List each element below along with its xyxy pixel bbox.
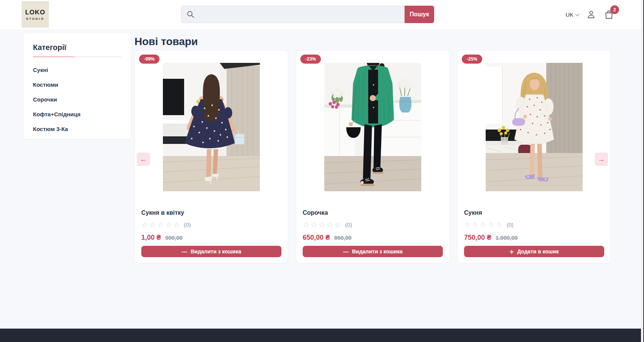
rating-count: (0)	[506, 222, 513, 228]
product-card: -23%	[296, 50, 450, 263]
search-input[interactable]	[198, 11, 400, 18]
button-label: Видалити з кошика	[352, 248, 403, 255]
plus-icon: +	[510, 248, 514, 255]
search-button[interactable]: Пошук	[405, 6, 434, 23]
minus-icon: —	[343, 249, 349, 255]
price-row: 1,00 ₴ 900,00	[141, 234, 281, 242]
price-row: 750,00 ₴ 1.000,00	[464, 234, 604, 242]
account-button[interactable]	[586, 9, 596, 20]
page-title: Нові товари	[134, 36, 198, 48]
star-icon: ☆	[488, 221, 494, 228]
arrow-right-icon: →	[598, 155, 605, 164]
carousel-next-button[interactable]: →	[595, 153, 608, 166]
arrow-left-icon: ←	[140, 155, 147, 164]
star-icon: ☆	[157, 221, 164, 228]
star-icon: ☆	[149, 221, 156, 228]
star-icon: ☆	[303, 221, 309, 228]
old-price: 850,00	[334, 234, 352, 241]
search-bar: Пошук	[181, 6, 434, 23]
logo-text: LOKO	[25, 9, 45, 16]
divider	[33, 56, 121, 57]
sidebar-item-shirts[interactable]: Сорочки	[33, 92, 121, 107]
current-price: 650,00 ₴	[303, 234, 330, 242]
star-icon: ☆	[327, 221, 333, 228]
button-label: Видалити з кошика	[191, 248, 241, 255]
sidebar-item-suit-3pc[interactable]: Костюм 3-Ка	[33, 122, 121, 136]
cart-button[interactable]: 2	[603, 9, 614, 20]
remove-from-cart-button[interactable]: — Видалити з кошика	[303, 246, 443, 257]
user-icon	[586, 9, 596, 20]
product-title[interactable]: Сукня	[464, 209, 604, 216]
product-info: Сукня ☆ ☆ ☆ ☆ ☆ (0) 750,00 ₴ 1.000,00	[464, 209, 604, 242]
header: Пошук UK 2	[0, 0, 644, 29]
header-actions: UK 2	[566, 0, 614, 29]
product-title[interactable]: Сорочка	[303, 209, 443, 216]
product-photo[interactable]	[486, 63, 583, 191]
current-price: 1,00 ₴	[141, 234, 161, 242]
star-icon: ☆	[480, 221, 486, 228]
cart-count-badge: 2	[610, 5, 619, 14]
product-card: -25%	[457, 50, 611, 263]
categories-panel: Категорії Сукні Костюми Сорочки Кофта+Сп…	[23, 33, 131, 139]
logo-subtext: STUDIO	[26, 17, 44, 20]
language-selector[interactable]: UK	[566, 11, 579, 18]
product-card: -99%	[134, 50, 288, 263]
discount-badge: -23%	[300, 55, 321, 64]
star-icon: ☆	[335, 221, 341, 228]
product-info: Сорочка ☆ ☆ ☆ ☆ ☆ (0) 650,00 ₴ 850,00	[303, 209, 443, 242]
search-field[interactable]	[181, 6, 405, 23]
old-price: 1.000,00	[496, 234, 517, 241]
minus-icon: —	[181, 249, 187, 255]
star-icon: ☆	[496, 221, 502, 228]
star-icon: ☆	[165, 221, 172, 228]
footer	[0, 328, 644, 342]
product-carousel: -99%	[134, 50, 611, 263]
star-icon: ☆	[141, 221, 148, 228]
carousel-prev-button[interactable]: ←	[137, 153, 150, 166]
current-price: 750,00 ₴	[464, 234, 491, 242]
search-icon	[186, 10, 195, 19]
language-label: UK	[566, 11, 574, 18]
product-info: Сукня в квітку ☆ ☆ ☆ ☆ ☆ (0) 1,00 ₴ 900,…	[141, 209, 281, 242]
rating-count: (0)	[345, 222, 352, 228]
old-price: 900,00	[165, 234, 183, 241]
discount-badge: -25%	[462, 55, 482, 64]
add-to-cart-button[interactable]: + Додати в кошик	[464, 246, 604, 257]
product-title[interactable]: Сукня в квітку	[141, 209, 281, 216]
star-icon: ☆	[472, 221, 478, 228]
product-photo[interactable]	[324, 63, 421, 191]
remove-from-cart-button[interactable]: — Видалити з кошика	[141, 246, 281, 257]
chevron-down-icon	[575, 12, 579, 16]
categories-title: Категорії	[33, 43, 121, 52]
logo[interactable]: LOKO STUDIO	[22, 1, 49, 28]
sidebar-item-suits[interactable]: Костюми	[33, 77, 121, 92]
rating: ☆ ☆ ☆ ☆ ☆ (0)	[141, 221, 281, 228]
sidebar-item-top-skirt[interactable]: Кофта+Спідниця	[33, 107, 121, 122]
discount-badge: -99%	[139, 55, 159, 64]
star-icon: ☆	[173, 221, 180, 228]
rating: ☆ ☆ ☆ ☆ ☆ (0)	[303, 221, 443, 228]
rating: ☆ ☆ ☆ ☆ ☆ (0)	[464, 221, 604, 228]
product-photo[interactable]	[163, 63, 260, 191]
rating-count: (0)	[184, 222, 191, 228]
sidebar-item-dresses[interactable]: Сукні	[33, 62, 121, 77]
star-icon: ☆	[464, 221, 470, 228]
star-icon: ☆	[319, 221, 325, 228]
star-icon: ☆	[311, 221, 317, 228]
button-label: Додати в кошик	[517, 248, 559, 255]
price-row: 650,00 ₴ 850,00	[303, 234, 443, 242]
